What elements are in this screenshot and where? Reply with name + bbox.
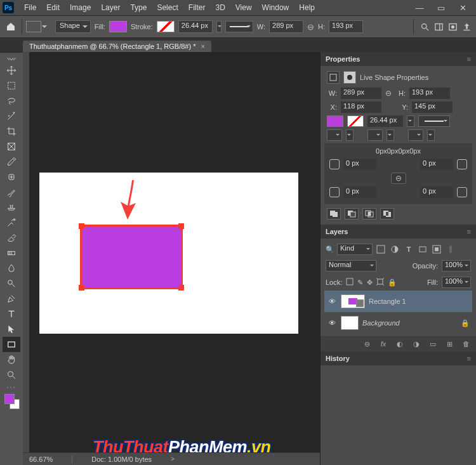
layer-row-rectangle[interactable]: 👁 Rectangle 1 [324,291,472,312]
link-corners-icon[interactable]: ⊖ [391,173,406,184]
doc-info[interactable]: Doc: 1.00M/0 bytes [91,455,152,463]
filter-type-icon[interactable]: T [403,244,414,254]
shape-rectangle[interactable] [80,225,183,289]
height-input[interactable]: 193 px [329,20,363,33]
stroke-width-input[interactable]: 26.44 px [178,20,213,33]
layers-panel-menu-icon[interactable]: ≡ [467,228,471,235]
menu-filter[interactable]: Filter [183,2,211,13]
corner-tl-input[interactable]: 0 px [343,159,376,170]
home-button[interactable] [4,20,18,34]
transform-handle-tr[interactable] [178,223,184,229]
foreground-color-swatch[interactable] [4,394,15,404]
adjustment-icon[interactable]: ◑ [411,340,421,348]
history-panel-header[interactable]: History ≡ [321,351,476,365]
corner-bl-input[interactable]: 0 px [343,187,376,198]
document-tab[interactable]: Thuthuatphanmem @ 66.7% (Rectangle 1, RG… [23,41,211,52]
window-minimize-button[interactable]: — [413,3,426,13]
lock-pixels-icon[interactable] [346,278,354,287]
layer-thumb-background[interactable] [341,316,359,330]
search-icon[interactable] [419,21,430,32]
link-layers-icon[interactable]: ⊖ [362,340,372,348]
menu-select[interactable]: Select [152,2,183,13]
stroke-corners-chevron[interactable] [427,129,435,141]
lock-brush-icon[interactable]: ✎ [357,278,363,287]
lock-position-icon[interactable]: ✥ [367,278,373,287]
eyedropper-tool[interactable] [3,154,20,169]
menu-type[interactable]: Type [125,2,152,13]
menu-window[interactable]: Window [257,2,294,13]
stroke-caps-chevron[interactable] [387,129,394,141]
width-input[interactable]: 289 px [269,20,303,33]
document-tab-close-icon[interactable]: × [201,43,204,50]
panel-layout-icon[interactable] [433,21,444,32]
prop-height-input[interactable]: 193 px [409,88,450,99]
tool-mode-select[interactable]: Shape [55,20,91,33]
layers-panel-header[interactable]: Layers ≡ [321,225,476,239]
dodge-tool[interactable] [3,276,20,291]
crop-tool[interactable] [3,124,20,139]
pen-tool[interactable] [3,291,20,306]
group-icon[interactable]: ▭ [428,340,438,348]
corner-br-input[interactable]: 0 px [420,187,453,198]
layer-name[interactable]: Background [362,319,400,327]
fx-icon[interactable]: fx [378,340,388,348]
visibility-toggle-icon[interactable]: 👁 [327,319,337,327]
stroke-corners-dropdown[interactable] [408,129,423,141]
menu-help[interactable]: Help [294,2,320,13]
prop-width-input[interactable]: 289 px [341,88,381,99]
stroke-width-dropdown[interactable] [216,21,221,32]
filter-shape-icon[interactable] [417,244,428,254]
color-swatches[interactable] [3,393,20,409]
filter-pixel-icon[interactable] [375,244,387,254]
filter-search-icon[interactable]: 🔍 [326,246,334,254]
stroke-align-dropdown[interactable] [327,129,342,141]
brush-tool[interactable] [3,185,20,200]
canvas-area[interactable]: ThuThuatPhanMem.vn 66.67% Doc: 1.00M/0 b… [23,52,320,465]
gradient-tool[interactable] [3,246,20,261]
path-op-subtract-icon[interactable] [345,208,359,219]
properties-panel-header[interactable]: Properties ≡ [321,52,476,66]
status-chevron-icon[interactable]: > [171,455,175,462]
filter-smart-icon[interactable] [431,244,442,254]
tool-preset-dropdown[interactable] [26,21,41,32]
prop-x-input[interactable]: 118 px [341,102,381,113]
eraser-tool[interactable] [3,230,20,246]
layer-filter-select[interactable]: Kind [337,244,373,255]
visibility-toggle-icon[interactable]: 👁 [327,298,337,305]
stroke-align-chevron[interactable] [346,129,354,141]
mask-icon[interactable]: ◐ [395,340,405,348]
filter-adjust-icon[interactable] [389,244,400,254]
prop-stroke-swatch[interactable] [347,115,364,127]
path-op-combine-icon[interactable] [327,208,341,219]
edit-toolbar-icon[interactable]: ··· [3,383,20,391]
link-dimensions-icon[interactable]: ⊖ [385,89,392,98]
filter-toggle-icon[interactable] [445,244,456,254]
path-selection-tool[interactable] [3,322,20,337]
healing-brush-tool[interactable] [3,169,20,185]
transform-handle-tl[interactable] [79,223,84,229]
prop-stroke-width-input[interactable]: 26.44 px [367,115,403,127]
layer-name[interactable]: Rectangle 1 [369,298,406,305]
blend-mode-select[interactable]: Normal [326,260,376,272]
lasso-tool[interactable] [3,93,20,108]
frame-tool[interactable] [3,139,20,154]
window-restore-button[interactable]: ▭ [434,3,448,13]
history-panel-menu-icon[interactable]: ≡ [467,355,471,362]
stroke-swatch[interactable] [157,21,175,32]
collapsed-panel-gutter[interactable] [23,52,29,465]
transform-handle-br[interactable] [178,285,184,291]
marquee-tool[interactable] [3,78,20,93]
layer-fill-input[interactable]: 100% [442,277,471,288]
opacity-input[interactable]: 100% [442,260,471,272]
type-tool[interactable] [3,306,20,322]
prop-fill-swatch[interactable] [327,115,343,127]
zoom-value[interactable]: 66.67% [29,455,53,463]
stroke-style-dropdown[interactable] [225,21,253,32]
zoom-tool[interactable] [3,367,20,383]
layer-thumb-shape[interactable] [341,294,365,308]
fill-swatch[interactable] [109,21,127,32]
lock-icon[interactable]: 🔒 [461,319,470,327]
new-layer-icon[interactable]: ⊞ [444,340,454,348]
menu-view[interactable]: View [230,2,257,13]
transform-handle-bl[interactable] [79,285,84,291]
